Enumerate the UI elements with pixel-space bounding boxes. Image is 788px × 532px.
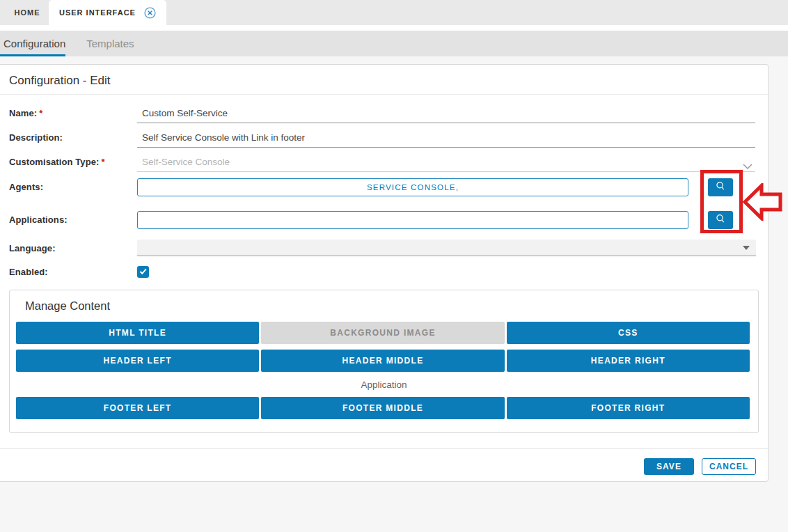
manage-content-title: Manage Content — [10, 290, 758, 313]
name-label-text: Name: — [9, 108, 37, 118]
customisation-type-label-text: Customisation Type: — [9, 157, 100, 167]
css-button[interactable]: CSS — [507, 322, 750, 344]
save-button[interactable]: SAVE — [644, 458, 694, 475]
tab-home[interactable]: HOME — [6, 0, 49, 25]
agents-row: Agents: SERVICE CONSOLE, — [9, 178, 768, 196]
language-label: Language: — [9, 240, 137, 253]
agents-search-button[interactable] — [708, 178, 733, 196]
footer-left-button[interactable]: FOOTER LEFT — [16, 397, 259, 419]
customisation-type-row: Customisation Type:* Self-Service Consol… — [9, 153, 768, 172]
header-right-button[interactable]: HEADER RIGHT — [507, 350, 750, 372]
page-gap — [0, 56, 788, 64]
description-label: Description: — [9, 129, 137, 143]
customisation-type-label: Customisation Type:* — [9, 153, 137, 167]
applications-input[interactable] — [137, 211, 688, 229]
manage-content-section: Manage Content HTML TITLE BACKGROUND IMA… — [9, 290, 759, 433]
action-bar: SAVE CANCEL — [0, 448, 768, 475]
required-asterisk: * — [39, 108, 42, 118]
applications-label: Applications: — [9, 211, 137, 225]
description-row: Description: Self Service Console with L… — [9, 129, 768, 148]
name-input[interactable]: Custom Self-Service — [137, 104, 755, 123]
tab-user-interface[interactable]: USER INTERFACE — [49, 0, 166, 25]
enabled-row: Enabled: — [9, 266, 768, 278]
cancel-button[interactable]: CANCEL — [702, 458, 756, 475]
subnav-tab-templates[interactable]: Templates — [86, 31, 134, 56]
application-text: Application — [10, 372, 758, 397]
close-icon[interactable] — [144, 7, 156, 19]
customisation-type-select: Self-Service Console — [137, 153, 755, 172]
checkmark-icon — [139, 266, 148, 279]
window-tab-bar: HOME USER INTERFACE — [0, 0, 788, 25]
applications-search-button[interactable] — [708, 211, 733, 229]
name-label: Name:* — [9, 104, 137, 118]
background-image-button: BACKGROUND IMAGE — [261, 322, 504, 344]
header-left-button[interactable]: HEADER LEFT — [16, 350, 259, 372]
caret-down-icon — [743, 246, 750, 250]
agents-label: Agents: — [9, 178, 137, 192]
footer-middle-button[interactable]: FOOTER MIDDLE — [261, 397, 504, 419]
enabled-label: Enabled: — [9, 266, 137, 277]
tab-strip-divider — [0, 25, 788, 31]
chevron-down-icon — [743, 159, 752, 172]
applications-row: Applications: — [9, 211, 768, 229]
configuration-edit-panel: Configuration - Edit Name:* Custom Self-… — [0, 64, 769, 482]
configuration-form: Name:* Custom Self-Service Description: … — [0, 104, 768, 278]
search-icon — [715, 181, 726, 194]
required-asterisk: * — [102, 157, 105, 167]
html-title-button[interactable]: HTML TITLE — [16, 322, 259, 344]
page-title: Configuration - Edit — [0, 65, 768, 95]
subnav-bar: Configuration Templates — [0, 31, 788, 56]
agents-input[interactable]: SERVICE CONSOLE, — [137, 178, 688, 196]
enabled-checkbox[interactable] — [137, 266, 149, 278]
name-row: Name:* Custom Self-Service — [9, 104, 768, 123]
search-icon — [715, 214, 726, 226]
tab-user-interface-label: USER INTERFACE — [59, 8, 136, 17]
subnav-tab-configuration[interactable]: Configuration — [0, 31, 65, 56]
language-row: Language: — [9, 240, 768, 256]
header-middle-button[interactable]: HEADER MIDDLE — [261, 350, 504, 372]
language-select — [137, 240, 756, 256]
description-input[interactable]: Self Service Console with Link in footer — [137, 129, 755, 148]
footer-right-button[interactable]: FOOTER RIGHT — [507, 397, 750, 419]
